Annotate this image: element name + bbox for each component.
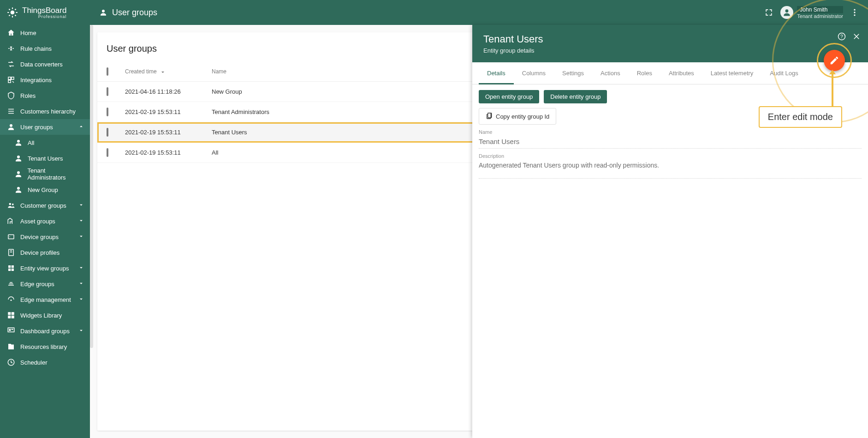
account-icon bbox=[14, 185, 23, 194]
fullscreen-icon[interactable] bbox=[764, 7, 774, 18]
select-all-checkbox[interactable] bbox=[107, 67, 108, 76]
sidebar-item-label: Scheduler bbox=[20, 359, 48, 366]
callout-arrow bbox=[832, 74, 833, 106]
account-icon bbox=[98, 7, 108, 18]
copy-entity-group-id-button[interactable]: Copy entity group Id bbox=[479, 108, 556, 125]
chevron-up-icon bbox=[78, 123, 84, 131]
sidebar-item-label: Resources library bbox=[20, 343, 67, 350]
sidebar-item-roles[interactable]: Roles bbox=[0, 88, 90, 103]
sidebar-item-label: Device groups bbox=[20, 234, 59, 240]
svg-point-4 bbox=[17, 171, 20, 174]
entityview-icon bbox=[6, 264, 16, 273]
sidebar-item-device-profiles[interactable]: Device profiles bbox=[0, 245, 90, 260]
logo-icon bbox=[6, 6, 18, 18]
sidebar-item-tenant-administrators[interactable]: Tenant Administrators bbox=[0, 166, 90, 182]
usergroups-icon bbox=[6, 122, 16, 132]
svg-point-1 bbox=[10, 124, 12, 127]
row-checkbox[interactable] bbox=[107, 87, 108, 96]
tab-details[interactable]: Details bbox=[479, 62, 514, 84]
home-icon bbox=[6, 28, 16, 37]
resources-icon bbox=[6, 342, 16, 351]
nav: HomeRule chainsData convertersIntegratio… bbox=[0, 25, 90, 370]
tab-actions[interactable]: Actions bbox=[592, 62, 629, 84]
sidebar-item-label: Device profiles bbox=[20, 249, 59, 256]
sidebar-item-all[interactable]: All bbox=[0, 135, 90, 150]
chevron-down-icon bbox=[78, 233, 84, 241]
sidebar-item-new-group[interactable]: New Group bbox=[0, 182, 90, 198]
tab-attributes[interactable]: Attributes bbox=[660, 62, 702, 84]
devicegroups-icon bbox=[6, 232, 16, 241]
sidebar-item-user-groups[interactable]: User groups bbox=[0, 119, 90, 135]
description-value: Autogenerated Tenant Users group with re… bbox=[479, 160, 862, 179]
chevron-down-icon bbox=[78, 217, 84, 225]
svg-rect-12 bbox=[12, 265, 14, 268]
breadcrumb-label: User groups bbox=[112, 8, 157, 18]
row-checkbox[interactable] bbox=[107, 148, 108, 157]
integrations-icon bbox=[6, 75, 16, 84]
sidebar-item-edge-management[interactable]: Edge management bbox=[0, 292, 90, 307]
customergroups-icon bbox=[6, 201, 16, 210]
row-checkbox[interactable] bbox=[107, 128, 108, 137]
delete-entity-group-button[interactable]: Delete entity group bbox=[544, 90, 607, 103]
svg-rect-19 bbox=[12, 316, 14, 318]
sidebar-item-customer-groups[interactable]: Customer groups bbox=[0, 198, 90, 213]
sidebar-item-label: Tenant Administrators bbox=[27, 167, 83, 181]
edit-button[interactable] bbox=[824, 50, 845, 71]
widgets-icon bbox=[6, 311, 16, 320]
svg-rect-17 bbox=[12, 312, 14, 315]
sidebar-item-rule-chains[interactable]: Rule chains bbox=[0, 41, 90, 56]
sidebar-item-dashboard-groups[interactable]: Dashboard groups bbox=[0, 323, 90, 339]
sidebar-item-data-converters[interactable]: Data converters bbox=[0, 56, 90, 72]
sidebar-item-tenant-users[interactable]: Tenant Users bbox=[0, 150, 90, 166]
row-time: 2021-02-19 15:53:11 bbox=[125, 129, 212, 136]
svg-rect-16 bbox=[8, 312, 11, 315]
sidebar-item-label: Edge management bbox=[20, 296, 71, 303]
logo-text: ThingsBoard bbox=[22, 6, 66, 14]
sidebar: ThingsBoard Professional HomeRule chains… bbox=[0, 0, 90, 438]
svg-point-0 bbox=[11, 11, 15, 15]
sidebar-item-widgets-library[interactable]: Widgets Library bbox=[0, 307, 90, 323]
sidebar-item-scheduler[interactable]: Scheduler bbox=[0, 354, 90, 370]
sidebar-item-label: Data converters bbox=[20, 61, 63, 68]
logo[interactable]: ThingsBoard Professional bbox=[0, 0, 90, 25]
name-label: Name bbox=[479, 129, 862, 135]
breadcrumb: User groups bbox=[98, 7, 157, 18]
chevron-down-icon bbox=[78, 280, 84, 288]
tab-settings[interactable]: Settings bbox=[554, 62, 592, 84]
sidebar-item-label: Tenant Users bbox=[28, 155, 63, 162]
account-icon bbox=[14, 169, 23, 179]
svg-rect-22 bbox=[12, 329, 13, 330]
sidebar-item-integrations[interactable]: Integrations bbox=[0, 72, 90, 88]
tab-latest-telemetry[interactable]: Latest telemetry bbox=[702, 62, 762, 84]
sidebar-item-home[interactable]: Home bbox=[0, 25, 90, 41]
deviceprofiles-icon bbox=[6, 248, 16, 257]
tab-columns[interactable]: Columns bbox=[514, 62, 554, 84]
sidebar-item-edge-groups[interactable]: Edge groups bbox=[0, 276, 90, 292]
svg-rect-18 bbox=[8, 316, 11, 318]
sidebar-item-resources-library[interactable]: Resources library bbox=[0, 339, 90, 354]
sidebar-item-label: Dashboard groups bbox=[20, 328, 70, 335]
sort-desc-icon bbox=[158, 68, 166, 75]
account-icon bbox=[14, 154, 23, 163]
logo-edition: Professional bbox=[22, 14, 66, 19]
converters-icon bbox=[6, 60, 16, 69]
sidebar-item-device-groups[interactable]: Device groups bbox=[0, 229, 90, 245]
sidebar-item-customers-hierarchy[interactable]: Customers hierarchy bbox=[0, 103, 90, 119]
tab-roles[interactable]: Roles bbox=[629, 62, 660, 84]
sidebar-item-label: New Group bbox=[28, 186, 58, 193]
col-created-time[interactable]: Created time bbox=[125, 68, 212, 75]
svg-point-24 bbox=[102, 10, 105, 12]
svg-point-9 bbox=[9, 236, 10, 237]
header: User groups John Smith Tenant administra… bbox=[90, 0, 868, 25]
edit-fab-wrap bbox=[824, 50, 845, 71]
sidebar-item-label: Entity view groups bbox=[20, 265, 69, 272]
dashboards-icon bbox=[6, 326, 16, 336]
sidebar-item-label: User groups bbox=[20, 124, 53, 131]
pencil-icon bbox=[829, 55, 839, 66]
roles-icon bbox=[6, 91, 16, 100]
sidebar-item-entity-view-groups[interactable]: Entity view groups bbox=[0, 260, 90, 276]
open-entity-group-button[interactable]: Open entity group bbox=[479, 90, 539, 103]
sidebar-item-asset-groups[interactable]: Asset groups bbox=[0, 213, 90, 229]
row-checkbox[interactable] bbox=[107, 108, 108, 116]
account-icon bbox=[14, 138, 23, 147]
